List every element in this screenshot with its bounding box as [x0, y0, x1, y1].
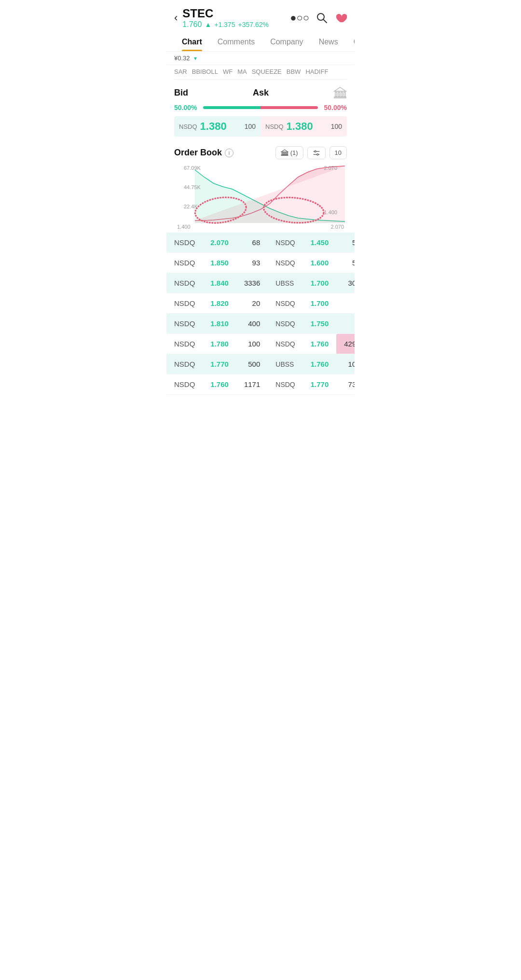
tab-comments[interactable]: Comments [210, 33, 262, 51]
chart-label-mid: 44.75K [184, 184, 201, 190]
svg-rect-4 [338, 92, 340, 97]
row-ask-price: 1.600 [303, 253, 337, 273]
row-ask-exchange: NSDQ [268, 334, 302, 354]
bid-ask-progress-bar [203, 106, 318, 109]
heart-icon[interactable] [334, 12, 347, 24]
row-exchange: NSDQ [166, 334, 203, 354]
svg-rect-10 [283, 152, 284, 155]
back-button[interactable]: ‹ [174, 12, 178, 24]
chart-y-labels: 67.09K 44.75K 22.4K [184, 165, 201, 209]
sliders-icon [313, 150, 320, 156]
row-ask-price: 1.750 [303, 314, 337, 334]
filter-button[interactable] [307, 147, 326, 159]
svg-line-1 [323, 19, 327, 23]
indicator-sar[interactable]: SAR [174, 68, 187, 75]
bid-ask-header: Bid Ask [166, 80, 355, 102]
svg-marker-2 [334, 87, 346, 91]
row-ask-price: 1.760 [303, 354, 337, 374]
chart-x-label-right: 2.070 [330, 224, 344, 230]
search-icon[interactable]: ●○○ [290, 12, 309, 24]
row-ask-qty: 5 [336, 293, 355, 314]
bank-small-icon [281, 149, 288, 156]
svg-rect-9 [282, 152, 283, 155]
svg-point-16 [315, 151, 316, 152]
table-row: NSDQ 1.760 1171 NSDQ 1.770 737 [166, 374, 355, 395]
row-exchange: NSDQ [166, 374, 203, 395]
row-price: 1.770 [203, 354, 236, 374]
row-qty: 1171 [236, 374, 268, 395]
order-book-table-wrap: NSDQ 2.070 68 NSDQ 1.450 50 NSDQ 1.850 9… [166, 233, 355, 395]
bid-ask-bar-row: 50.00% 50.00% [166, 102, 355, 114]
order-book-title: Order Book i [174, 148, 233, 158]
header-left: ‹ STEC 1.760 ▲ +1.375 +357.62% [174, 7, 269, 29]
row-exchange: NSDQ [166, 253, 203, 273]
tab-op[interactable]: Op [346, 33, 355, 51]
row-ask-qty: 300 [336, 273, 355, 293]
row-qty: 93 [236, 253, 268, 273]
bank-filter-button[interactable]: (1) [275, 146, 303, 159]
bid-bar [203, 106, 260, 109]
row-price: 1.820 [203, 293, 236, 314]
table-row: NSDQ 1.810 400 NSDQ 1.750 1 [166, 314, 355, 334]
bank-icon [333, 86, 347, 99]
table-row: NSDQ 1.770 500 UBSS 1.760 100 [166, 354, 355, 374]
table-row: NSDQ 1.850 93 NSDQ 1.600 50 [166, 253, 355, 273]
search-icon-svg[interactable] [316, 12, 328, 24]
ask-bar [260, 106, 318, 109]
row-qty: 3336 [236, 273, 268, 293]
tab-news[interactable]: News [311, 33, 346, 51]
row-ask-price: 1.700 [303, 293, 337, 314]
row-ask-price: 1.450 [303, 233, 337, 253]
svg-rect-3 [335, 92, 337, 97]
row-qty: 400 [236, 314, 268, 334]
indicator-arrow[interactable]: ▾ [194, 55, 197, 62]
row-ask-qty: 100 [336, 354, 355, 374]
svg-point-17 [316, 153, 318, 155]
svg-rect-13 [281, 155, 288, 155]
row-qty: 100 [236, 334, 268, 354]
best-ask-exchange: NSDQ [265, 123, 284, 130]
row-price: 1.850 [203, 253, 236, 273]
table-row: NSDQ 1.780 100 NSDQ 1.760 4298 [166, 334, 355, 354]
svg-marker-8 [281, 150, 288, 152]
best-ask-qty: 100 [331, 123, 342, 130]
header: ‹ STEC 1.760 ▲ +1.375 +357.62% ●○○ [166, 0, 355, 33]
row-ask-exchange: NSDQ [268, 374, 302, 395]
svg-rect-11 [285, 152, 286, 155]
row-price: 1.810 [203, 314, 236, 334]
current-price: 1.760 [182, 20, 202, 29]
row-qty: 500 [236, 354, 268, 374]
ask-label: Ask [253, 88, 269, 98]
svg-rect-12 [287, 152, 288, 155]
order-book-chart: 67.09K 44.75K 22.4K 2.070 1.400 1.400 2.… [166, 163, 355, 233]
best-bid-cell: NSDQ 1.380 100 [174, 116, 260, 137]
svg-rect-5 [341, 92, 343, 97]
table-row: NSDQ 1.820 20 NSDQ 1.700 5 [166, 293, 355, 314]
chart-label-top: 67.09K [184, 165, 201, 171]
indicator-bbw[interactable]: BBW [287, 68, 301, 75]
row-ask-exchange: NSDQ [268, 293, 302, 314]
indicator-hadiff[interactable]: HADIFF [305, 68, 328, 75]
order-book-header: Order Book i (1) 10 [166, 141, 355, 163]
indicator-bbiboll[interactable]: BBIBOLL [192, 68, 218, 75]
row-exchange: NSDQ [166, 233, 203, 253]
tab-chart[interactable]: Chart [174, 33, 210, 51]
tab-company[interactable]: Company [262, 33, 311, 51]
order-book-chart-svg [176, 165, 345, 223]
bid-label: Bid [174, 88, 188, 98]
indicator-ma[interactable]: MA [237, 68, 247, 75]
best-ask-price: 1.380 [287, 120, 313, 133]
chart-x-labels: 1.400 2.070 [176, 224, 345, 230]
header-actions: ●○○ [290, 12, 347, 24]
info-icon[interactable]: i [225, 149, 233, 157]
ticker-symbol: STEC [182, 7, 269, 20]
indicator-wf[interactable]: WF [223, 68, 233, 75]
count-button[interactable]: 10 [329, 146, 347, 159]
order-book-label: Order Book [174, 148, 222, 158]
indicator-squeeze[interactable]: SQUEEZE [252, 68, 282, 75]
chart-label-low: 22.4K [184, 204, 201, 209]
chart-label-right-bot: 1.400 [324, 209, 337, 215]
row-ask-exchange: UBSS [268, 273, 302, 293]
row-ask-qty: 1 [336, 314, 355, 334]
row-qty: 20 [236, 293, 268, 314]
